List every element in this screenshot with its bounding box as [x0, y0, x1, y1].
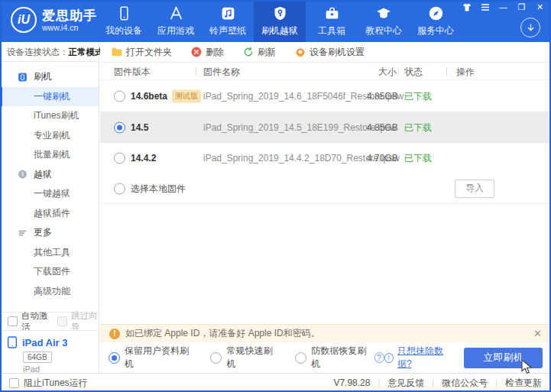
- firmware-version: 14.5: [131, 122, 148, 133]
- header: iU 爱思助手 www.i4.cn 我的设备 应用游戏 铃声壁纸 刷机越狱: [0, 0, 551, 42]
- nav-label: 工具箱: [318, 24, 345, 37]
- erase-data-link[interactable]: 只想抹除数据?: [397, 345, 453, 371]
- local-firmware-label: 选择本地固件: [131, 182, 186, 195]
- app-title: 爱思助手: [42, 8, 97, 23]
- window-controls: — ❐ ✕: [462, 2, 545, 12]
- sidebar-item-one-click-jailbreak[interactable]: 一键越狱: [0, 184, 99, 204]
- menu-icon[interactable]: [480, 2, 490, 12]
- col-status: 状态: [404, 66, 423, 79]
- keep-user-data-radio[interactable]: [109, 352, 120, 364]
- block-itunes-checkbox[interactable]: [9, 378, 19, 388]
- delete-button[interactable]: 删除: [191, 46, 224, 59]
- open-folder-button[interactable]: 打开文件夹: [112, 46, 172, 59]
- theme-skin-icon[interactable]: [462, 2, 472, 12]
- anti-recovery-flash-radio[interactable]: [295, 352, 306, 364]
- local-firmware-radio[interactable]: [114, 183, 125, 194]
- sidebar-item-batch-flash[interactable]: 批量刷机: [0, 145, 99, 165]
- flash-options-bar: 保留用户资料刷机 常规快速刷机 防数据恢复刷机 ? ! 只想抹除数据? 立即刷机: [100, 342, 551, 373]
- sidebar-item-pro-flash[interactable]: 专业刷机: [0, 126, 99, 146]
- nav-label: 铃声壁纸: [209, 24, 246, 37]
- firmware-status: 已下载: [404, 152, 432, 165]
- firmware-size: 4.85GB: [367, 122, 398, 133]
- sidebar: 设备连接状态：正常模式 刷机 一键刷机 iTunes刷机 专业刷机 批量刷机 越…: [0, 42, 99, 373]
- nav-my-devices[interactable]: 我的设备: [98, 0, 150, 42]
- app-logo: iU 爱思助手 www.i4.cn: [11, 7, 97, 33]
- close-icon[interactable]: ✕: [535, 2, 545, 12]
- nav-flash-jailbreak[interactable]: 刷机越狱: [254, 0, 306, 42]
- nav-label: 应用游戏: [157, 24, 194, 37]
- sidebar-options: 自动激活 跳过向导: [0, 312, 99, 330]
- graduation-cap-icon: [375, 5, 392, 21]
- device-capacity-badge: 64GB: [23, 352, 52, 363]
- compass-icon: [428, 5, 444, 21]
- sidebar-item-other-tools[interactable]: 其他工具: [0, 243, 99, 263]
- flash-now-button[interactable]: 立即刷机: [464, 348, 543, 368]
- col-firmware-version: 固件版本: [114, 66, 151, 79]
- check-update-link[interactable]: 检查更新: [505, 377, 542, 390]
- col-size: 大小: [378, 66, 397, 79]
- sidebar-menu: 刷机 一键刷机 iTunes刷机 专业刷机 批量刷机 越狱 一键越狱 越狱插件 …: [0, 62, 99, 301]
- nav-label: 刷机越狱: [261, 24, 298, 37]
- firmware-row-14-6beta[interactable]: 14.6beta测试版 iPad_Spring_2019_14.6_18F504…: [100, 80, 551, 112]
- block-itunes-label: 阻止iTunes运行: [24, 377, 88, 390]
- connection-status: 设备连接状态：正常模式: [0, 42, 99, 62]
- sidebar-item-jailbreak-plugins[interactable]: 越狱插件: [0, 204, 99, 224]
- sidebar-group-jailbreak[interactable]: 越狱: [0, 165, 99, 185]
- table-header: 固件版本 固件名称 大小 状态 操作: [100, 63, 551, 80]
- sidebar-item-advanced-features[interactable]: 高级功能: [0, 282, 99, 302]
- flash-phone-icon: [18, 72, 28, 82]
- apple-id-notice: ! 如已绑定 Apple ID，请准备好 Apple ID和密码。 ✕: [100, 324, 551, 342]
- download-arrow-icon: [526, 23, 536, 33]
- firmware-version: 14.6beta: [131, 91, 167, 102]
- local-firmware-row[interactable]: 选择本地固件 导入: [100, 173, 551, 204]
- device-flash-settings-button[interactable]: 设备刷机设置: [295, 46, 365, 59]
- nav-toolbox[interactable]: 工具箱: [306, 0, 358, 42]
- connection-mode: 正常模式: [69, 47, 104, 57]
- sidebar-group-more[interactable]: 更多: [0, 223, 99, 243]
- nav-tutorial-center[interactable]: 教程中心: [358, 0, 410, 42]
- main-panel: 打开文件夹 删除 刷新 设备刷机设置 固件版本 固件名称 大小 状态 操作: [100, 42, 551, 373]
- nav-label: 教程中心: [365, 24, 402, 37]
- help-icon[interactable]: ?: [374, 352, 384, 363]
- nav-service-center[interactable]: 服务中心: [410, 0, 462, 42]
- firmware-size: 4.70GB: [367, 153, 398, 164]
- notice-close-icon[interactable]: ✕: [533, 328, 542, 339]
- minimize-icon[interactable]: —: [498, 2, 508, 12]
- sidebar-item-itunes-flash[interactable]: iTunes刷机: [0, 106, 99, 126]
- sidebar-item-one-click-flash[interactable]: 一键刷机: [0, 87, 99, 107]
- download-manager-button[interactable]: [520, 18, 540, 37]
- notice-text: 如已绑定 Apple ID，请准备好 Apple ID和密码。: [125, 327, 320, 340]
- firmware-radio[interactable]: [114, 153, 125, 164]
- firmware-row-14-4-2[interactable]: 14.4.2 iPad_Spring_2019_14.4.2_18D70_Res…: [100, 143, 551, 173]
- feedback-link[interactable]: 意见反馈: [387, 377, 424, 390]
- firmware-radio[interactable]: [114, 90, 125, 102]
- app-version: V7.98.28: [333, 377, 370, 388]
- firmware-status: 已下载: [404, 89, 432, 102]
- auto-activate-checkbox[interactable]: [8, 316, 18, 326]
- logo-icon: iU: [11, 7, 37, 33]
- skip-wizard-checkbox[interactable]: [57, 316, 67, 326]
- maximize-icon[interactable]: ❐: [517, 2, 527, 12]
- normal-fast-flash-radio[interactable]: [210, 352, 222, 364]
- info-icon: !: [384, 353, 394, 363]
- sidebar-group-flash[interactable]: 刷机: [0, 67, 99, 87]
- sidebar-item-download-firmware[interactable]: 下载固件: [0, 262, 99, 282]
- phone-icon: [116, 5, 132, 21]
- nav-apps-games[interactable]: 应用游戏: [150, 0, 202, 42]
- col-action: 操作: [456, 66, 475, 79]
- refresh-icon: [243, 47, 254, 57]
- firmware-radio[interactable]: [114, 121, 125, 133]
- option-keep-user-data[interactable]: 保留用户资料刷机: [109, 345, 192, 371]
- refresh-button[interactable]: 刷新: [243, 46, 276, 59]
- device-card[interactable]: iPad Air 3 64GB iPad: [0, 330, 99, 373]
- nav-ringtones-wallpapers[interactable]: 铃声壁纸: [202, 0, 254, 42]
- firmware-row-14-5[interactable]: 14.5 iPad_Spring_2019_14.5_18E199_Restor…: [100, 112, 551, 143]
- wechat-link[interactable]: 微信公众号: [442, 377, 488, 390]
- option-anti-recovery-flash[interactable]: 防数据恢复刷机: [295, 345, 370, 371]
- main-nav: 我的设备 应用游戏 铃声壁纸 刷机越狱 工具箱 教程中心: [98, 0, 462, 42]
- more-lines-icon: [18, 228, 28, 238]
- jailbreak-key-icon: [18, 170, 28, 180]
- option-normal-fast-flash[interactable]: 常规快速刷机: [210, 345, 277, 371]
- import-button[interactable]: 导入: [455, 180, 494, 198]
- toolbox-icon: [324, 5, 340, 21]
